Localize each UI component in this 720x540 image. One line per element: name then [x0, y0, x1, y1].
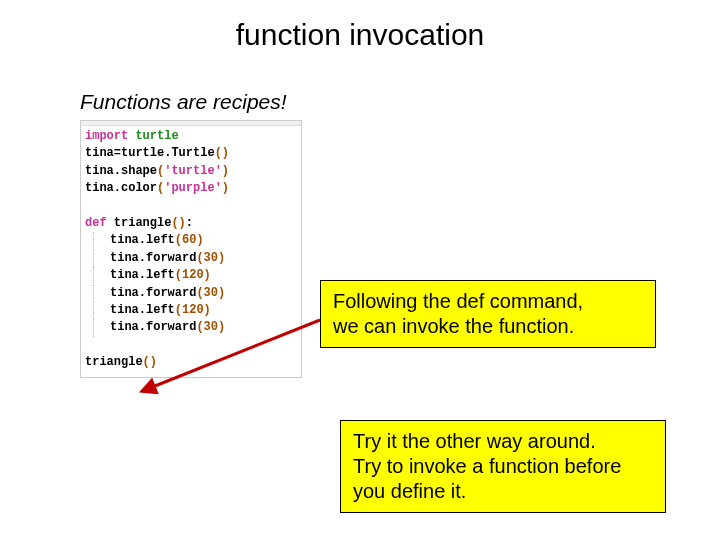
callout-line: Try it the other way around.: [353, 429, 653, 454]
callout-line: Try to invoke a function before: [353, 454, 653, 479]
code-snippet: import turtle tina=turtle.Turtle() tina.…: [80, 120, 302, 378]
code-line: tina.left(60): [85, 232, 297, 249]
code-text: triangle: [85, 355, 143, 369]
paren: (): [171, 216, 185, 230]
code-text: tina.left: [110, 303, 175, 317]
paren: (): [215, 146, 229, 160]
page-title: function invocation: [0, 18, 720, 52]
callout-line: you define it.: [353, 479, 653, 504]
code-line: tina.forward(30): [85, 319, 297, 336]
code-text: tina.forward: [110, 251, 196, 265]
paren: ): [222, 164, 229, 178]
module-name: turtle: [135, 129, 178, 143]
paren: (): [143, 355, 157, 369]
code-text: tina.color: [85, 181, 157, 195]
code-text: tina.shape: [85, 164, 157, 178]
callout-line: we can invoke the function.: [333, 314, 643, 339]
paren: (120): [175, 268, 211, 282]
func-name: triangle: [107, 216, 172, 230]
code-text: tina.forward: [110, 320, 196, 334]
paren: (30): [196, 320, 225, 334]
code-line-invoke: triangle(): [85, 354, 297, 371]
colon: :: [186, 216, 193, 230]
code-text: tina.left: [110, 268, 175, 282]
code-line: tina.shape('turtle'): [85, 163, 297, 180]
code-line: tina.left(120): [85, 302, 297, 319]
callout-tryit: Try it the other way around. Try to invo…: [340, 420, 666, 513]
paren: (60): [175, 233, 204, 247]
paren: (30): [196, 286, 225, 300]
callout-invoke: Following the def command, we can invoke…: [320, 280, 656, 348]
code-line: tina=turtle.Turtle(): [85, 145, 297, 162]
code-line: import turtle: [85, 128, 297, 145]
callout-line: Following the def command,: [333, 289, 643, 314]
string-literal: 'purple': [164, 181, 222, 195]
keyword-import: import: [85, 129, 128, 143]
code-text: tina.left: [110, 233, 175, 247]
code-blank: [85, 337, 297, 354]
code-line: def triangle():: [85, 215, 297, 232]
paren: (30): [196, 251, 225, 265]
code-text: tina.forward: [110, 286, 196, 300]
code-text: tina=turtle.Turtle: [85, 146, 215, 160]
paren: (120): [175, 303, 211, 317]
code-line: tina.left(120): [85, 267, 297, 284]
code-blank: [85, 198, 297, 215]
keyword-def: def: [85, 216, 107, 230]
paren: ): [222, 181, 229, 195]
string-literal: 'turtle': [164, 164, 222, 178]
code-line: tina.forward(30): [85, 250, 297, 267]
code-line: tina.forward(30): [85, 285, 297, 302]
subtitle: Functions are recipes!: [80, 90, 287, 114]
code-body: import turtle tina=turtle.Turtle() tina.…: [81, 126, 301, 377]
code-line: tina.color('purple'): [85, 180, 297, 197]
